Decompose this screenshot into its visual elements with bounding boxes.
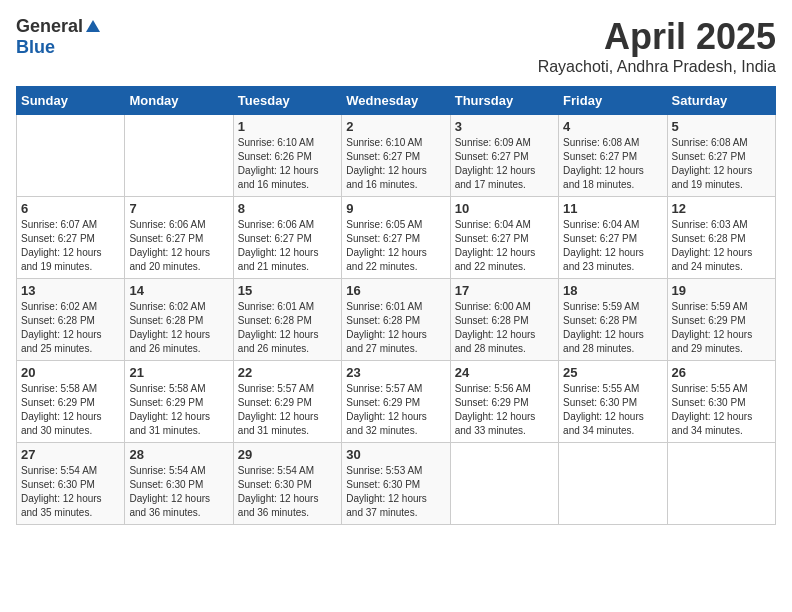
- day-number: 7: [129, 201, 228, 216]
- day-number: 24: [455, 365, 554, 380]
- day-number: 30: [346, 447, 445, 462]
- day-number: 26: [672, 365, 771, 380]
- svg-marker-0: [86, 20, 100, 32]
- day-cell-2-6: 11Sunrise: 6:04 AM Sunset: 6:27 PM Dayli…: [559, 197, 667, 279]
- day-number: 6: [21, 201, 120, 216]
- day-number: 4: [563, 119, 662, 134]
- col-monday: Monday: [125, 87, 233, 115]
- day-cell-1-5: 3Sunrise: 6:09 AM Sunset: 6:27 PM Daylig…: [450, 115, 558, 197]
- header: General Blue April 2025 Rayachoti, Andhr…: [16, 16, 776, 76]
- day-cell-5-6: [559, 443, 667, 525]
- day-cell-1-4: 2Sunrise: 6:10 AM Sunset: 6:27 PM Daylig…: [342, 115, 450, 197]
- month-title: April 2025: [538, 16, 776, 58]
- day-cell-3-4: 16Sunrise: 6:01 AM Sunset: 6:28 PM Dayli…: [342, 279, 450, 361]
- col-wednesday: Wednesday: [342, 87, 450, 115]
- day-cell-1-7: 5Sunrise: 6:08 AM Sunset: 6:27 PM Daylig…: [667, 115, 775, 197]
- day-cell-3-3: 15Sunrise: 6:01 AM Sunset: 6:28 PM Dayli…: [233, 279, 341, 361]
- day-number: 23: [346, 365, 445, 380]
- day-number: 18: [563, 283, 662, 298]
- day-info: Sunrise: 6:01 AM Sunset: 6:28 PM Dayligh…: [346, 300, 445, 356]
- day-cell-5-2: 28Sunrise: 5:54 AM Sunset: 6:30 PM Dayli…: [125, 443, 233, 525]
- day-info: Sunrise: 6:00 AM Sunset: 6:28 PM Dayligh…: [455, 300, 554, 356]
- day-info: Sunrise: 6:04 AM Sunset: 6:27 PM Dayligh…: [563, 218, 662, 274]
- day-info: Sunrise: 6:04 AM Sunset: 6:27 PM Dayligh…: [455, 218, 554, 274]
- day-number: 5: [672, 119, 771, 134]
- day-info: Sunrise: 6:03 AM Sunset: 6:28 PM Dayligh…: [672, 218, 771, 274]
- day-cell-3-7: 19Sunrise: 5:59 AM Sunset: 6:29 PM Dayli…: [667, 279, 775, 361]
- day-cell-4-2: 21Sunrise: 5:58 AM Sunset: 6:29 PM Dayli…: [125, 361, 233, 443]
- day-cell-1-2: [125, 115, 233, 197]
- day-cell-4-3: 22Sunrise: 5:57 AM Sunset: 6:29 PM Dayli…: [233, 361, 341, 443]
- day-number: 19: [672, 283, 771, 298]
- day-cell-4-6: 25Sunrise: 5:55 AM Sunset: 6:30 PM Dayli…: [559, 361, 667, 443]
- logo: General Blue: [16, 16, 103, 58]
- logo-general: General: [16, 16, 83, 37]
- day-info: Sunrise: 5:54 AM Sunset: 6:30 PM Dayligh…: [21, 464, 120, 520]
- day-cell-3-1: 13Sunrise: 6:02 AM Sunset: 6:28 PM Dayli…: [17, 279, 125, 361]
- day-info: Sunrise: 5:59 AM Sunset: 6:28 PM Dayligh…: [563, 300, 662, 356]
- day-info: Sunrise: 6:02 AM Sunset: 6:28 PM Dayligh…: [21, 300, 120, 356]
- day-cell-4-7: 26Sunrise: 5:55 AM Sunset: 6:30 PM Dayli…: [667, 361, 775, 443]
- col-thursday: Thursday: [450, 87, 558, 115]
- day-number: 22: [238, 365, 337, 380]
- day-number: 1: [238, 119, 337, 134]
- day-info: Sunrise: 5:57 AM Sunset: 6:29 PM Dayligh…: [346, 382, 445, 438]
- day-number: 15: [238, 283, 337, 298]
- day-number: 14: [129, 283, 228, 298]
- day-number: 20: [21, 365, 120, 380]
- day-cell-2-2: 7Sunrise: 6:06 AM Sunset: 6:27 PM Daylig…: [125, 197, 233, 279]
- day-number: 12: [672, 201, 771, 216]
- day-info: Sunrise: 6:06 AM Sunset: 6:27 PM Dayligh…: [129, 218, 228, 274]
- day-number: 13: [21, 283, 120, 298]
- week-row-2: 6Sunrise: 6:07 AM Sunset: 6:27 PM Daylig…: [17, 197, 776, 279]
- day-cell-1-3: 1Sunrise: 6:10 AM Sunset: 6:26 PM Daylig…: [233, 115, 341, 197]
- day-cell-5-1: 27Sunrise: 5:54 AM Sunset: 6:30 PM Dayli…: [17, 443, 125, 525]
- day-info: Sunrise: 6:02 AM Sunset: 6:28 PM Dayligh…: [129, 300, 228, 356]
- day-cell-2-3: 8Sunrise: 6:06 AM Sunset: 6:27 PM Daylig…: [233, 197, 341, 279]
- day-cell-2-7: 12Sunrise: 6:03 AM Sunset: 6:28 PM Dayli…: [667, 197, 775, 279]
- header-row: Sunday Monday Tuesday Wednesday Thursday…: [17, 87, 776, 115]
- day-number: 27: [21, 447, 120, 462]
- calendar-table: Sunday Monday Tuesday Wednesday Thursday…: [16, 86, 776, 525]
- day-number: 29: [238, 447, 337, 462]
- day-number: 10: [455, 201, 554, 216]
- day-info: Sunrise: 5:54 AM Sunset: 6:30 PM Dayligh…: [129, 464, 228, 520]
- day-info: Sunrise: 6:09 AM Sunset: 6:27 PM Dayligh…: [455, 136, 554, 192]
- logo-blue: Blue: [16, 37, 55, 58]
- day-cell-4-4: 23Sunrise: 5:57 AM Sunset: 6:29 PM Dayli…: [342, 361, 450, 443]
- location-title: Rayachoti, Andhra Pradesh, India: [538, 58, 776, 76]
- day-info: Sunrise: 5:57 AM Sunset: 6:29 PM Dayligh…: [238, 382, 337, 438]
- title-section: April 2025 Rayachoti, Andhra Pradesh, In…: [538, 16, 776, 76]
- col-friday: Friday: [559, 87, 667, 115]
- day-number: 3: [455, 119, 554, 134]
- day-info: Sunrise: 6:01 AM Sunset: 6:28 PM Dayligh…: [238, 300, 337, 356]
- week-row-4: 20Sunrise: 5:58 AM Sunset: 6:29 PM Dayli…: [17, 361, 776, 443]
- week-row-1: 1Sunrise: 6:10 AM Sunset: 6:26 PM Daylig…: [17, 115, 776, 197]
- day-info: Sunrise: 6:08 AM Sunset: 6:27 PM Dayligh…: [563, 136, 662, 192]
- day-info: Sunrise: 5:58 AM Sunset: 6:29 PM Dayligh…: [129, 382, 228, 438]
- day-cell-2-1: 6Sunrise: 6:07 AM Sunset: 6:27 PM Daylig…: [17, 197, 125, 279]
- day-cell-2-4: 9Sunrise: 6:05 AM Sunset: 6:27 PM Daylig…: [342, 197, 450, 279]
- day-info: Sunrise: 6:06 AM Sunset: 6:27 PM Dayligh…: [238, 218, 337, 274]
- col-sunday: Sunday: [17, 87, 125, 115]
- day-info: Sunrise: 6:08 AM Sunset: 6:27 PM Dayligh…: [672, 136, 771, 192]
- col-tuesday: Tuesday: [233, 87, 341, 115]
- col-saturday: Saturday: [667, 87, 775, 115]
- day-cell-3-6: 18Sunrise: 5:59 AM Sunset: 6:28 PM Dayli…: [559, 279, 667, 361]
- day-info: Sunrise: 5:54 AM Sunset: 6:30 PM Dayligh…: [238, 464, 337, 520]
- day-cell-3-2: 14Sunrise: 6:02 AM Sunset: 6:28 PM Dayli…: [125, 279, 233, 361]
- day-number: 8: [238, 201, 337, 216]
- logo-icon: [84, 18, 102, 36]
- day-cell-4-5: 24Sunrise: 5:56 AM Sunset: 6:29 PM Dayli…: [450, 361, 558, 443]
- day-info: Sunrise: 6:10 AM Sunset: 6:27 PM Dayligh…: [346, 136, 445, 192]
- day-cell-1-6: 4Sunrise: 6:08 AM Sunset: 6:27 PM Daylig…: [559, 115, 667, 197]
- day-cell-5-5: [450, 443, 558, 525]
- day-number: 28: [129, 447, 228, 462]
- day-cell-4-1: 20Sunrise: 5:58 AM Sunset: 6:29 PM Dayli…: [17, 361, 125, 443]
- day-info: Sunrise: 5:55 AM Sunset: 6:30 PM Dayligh…: [672, 382, 771, 438]
- week-row-3: 13Sunrise: 6:02 AM Sunset: 6:28 PM Dayli…: [17, 279, 776, 361]
- day-cell-5-7: [667, 443, 775, 525]
- day-number: 25: [563, 365, 662, 380]
- day-info: Sunrise: 5:58 AM Sunset: 6:29 PM Dayligh…: [21, 382, 120, 438]
- day-info: Sunrise: 5:59 AM Sunset: 6:29 PM Dayligh…: [672, 300, 771, 356]
